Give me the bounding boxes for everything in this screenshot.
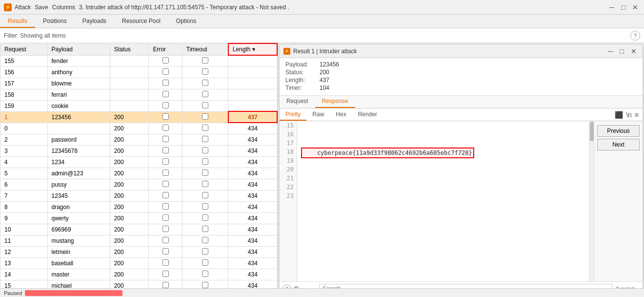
table-row[interactable]: 157blowme [0,78,278,89]
cell-error-checkbox[interactable] [162,248,169,255]
cell-timeout-checkbox[interactable] [202,91,208,97]
col-payload[interactable]: Payload [47,43,110,55]
col-timeout[interactable]: Timeout [182,43,228,55]
cell-error-checkbox[interactable] [162,125,169,131]
cell-error-checkbox[interactable] [162,170,169,176]
cell-error-checkbox[interactable] [162,282,169,288]
menu-icon[interactable]: ≡ [635,111,639,119]
cell-timeout-checkbox[interactable] [202,125,208,131]
scrollbar-thumb[interactable] [590,122,594,141]
menu-save[interactable]: Save [35,4,48,11]
cell-timeout-checkbox[interactable] [202,102,208,108]
cell-error-checkbox[interactable] [162,57,169,64]
table-row[interactable]: 155fender [0,55,278,66]
detail-subtab-pretty[interactable]: Pretty [280,109,306,121]
tab-payloads[interactable]: Payloads [75,15,114,28]
table-row[interactable]: 0200434 [0,123,278,134]
cell-timeout-checkbox[interactable] [202,214,208,221]
cell-timeout-checkbox[interactable] [202,181,208,187]
detail-tab-request[interactable]: Request [280,96,315,108]
detail-tab-response[interactable]: Response [315,96,355,108]
table-row[interactable]: 14master200434 [0,269,278,280]
newline-icon[interactable]: \n [626,111,632,119]
tab-options[interactable]: Options [168,15,204,28]
table-row[interactable]: 9qwerty200434 [0,212,278,224]
col-error[interactable]: Error [149,43,182,55]
cell-timeout-checkbox[interactable] [202,203,208,210]
cell-timeout-checkbox[interactable] [202,68,208,75]
cell-timeout-checkbox[interactable] [202,237,208,243]
table-row[interactable]: 11mustang200434 [0,235,278,246]
copy-icon[interactable]: ⬛ [615,111,623,119]
detail-window-controls[interactable]: ─ □ ✕ [606,47,639,55]
tab-positions[interactable]: Positions [35,15,75,28]
cell-error-checkbox[interactable] [162,136,169,142]
col-length[interactable]: Length ▾ [228,43,277,55]
close-button[interactable]: ✕ [630,2,640,12]
table-row[interactable]: 13baseball200434 [0,257,278,269]
detail-subtab-render[interactable]: Render [352,109,383,121]
table-row[interactable]: 5admin@123200434 [0,168,278,179]
cell-error-checkbox[interactable] [162,259,169,266]
detail-subtab-raw[interactable]: Raw [306,109,330,121]
cell-error-checkbox[interactable] [162,203,169,210]
detail-maximize-button[interactable]: □ [618,47,626,55]
table-row[interactable]: 159cookie [0,100,278,111]
cell-error-checkbox[interactable] [162,158,169,165]
cell-timeout-checkbox[interactable] [202,170,208,176]
table-row[interactable]: 10696969200434 [0,224,278,235]
table-row[interactable]: 6pussy200434 [0,179,278,190]
cell-timeout-checkbox[interactable] [202,80,208,86]
col-status[interactable]: Status [110,43,149,55]
detail-close-button[interactable]: ✕ [629,47,639,55]
cell-timeout-checkbox[interactable] [202,147,208,153]
code-area[interactable]: cyberpeace{11a9d33f98062c4692b6a605ebc7f… [297,121,589,281]
cell-timeout-checkbox[interactable] [202,226,208,232]
minimize-button[interactable]: ─ [607,2,617,12]
table-row[interactable]: 312345678200434 [0,145,278,156]
detail-subtab-hex[interactable]: Hex [330,109,352,121]
col-request[interactable]: Request [0,43,48,55]
cell-timeout-checkbox[interactable] [202,248,208,255]
table-row[interactable]: 712345200434 [0,190,278,201]
maximize-button[interactable]: □ [619,2,628,12]
cell-timeout-checkbox[interactable] [202,271,208,277]
cell-error-checkbox[interactable] [162,181,169,187]
tab-resource-pool[interactable]: Resource Pool [114,15,168,28]
tab-results[interactable]: Results [0,15,35,28]
cell-timeout-checkbox[interactable] [202,192,208,198]
cell-error-checkbox[interactable] [162,237,169,243]
cell-error-checkbox[interactable] [162,80,169,86]
cell-error-checkbox[interactable] [162,68,169,75]
table-row[interactable]: 2password200434 [0,134,278,145]
cell-error-checkbox[interactable] [162,113,169,120]
table-row[interactable]: 158ferrari [0,89,278,100]
cell-timeout-checkbox[interactable] [202,136,208,142]
cell-timeout-checkbox[interactable] [202,259,208,266]
next-button[interactable]: Next [597,139,640,150]
table-row[interactable]: 1123456200437 [0,111,278,123]
table-row[interactable]: 8dragon200434 [0,201,278,212]
detail-minimize-button[interactable]: ─ [606,47,615,55]
previous-button[interactable]: Previous [597,125,640,137]
cell-error-checkbox[interactable] [162,226,169,232]
filter-input[interactable] [4,32,630,39]
table-row[interactable]: 156anthony [0,66,278,78]
menu-attack[interactable]: Attack [15,4,31,11]
cell-error-checkbox[interactable] [162,102,169,108]
menu-columns[interactable]: Columns [52,4,75,11]
cell-timeout-checkbox[interactable] [202,158,208,165]
cell-timeout-checkbox[interactable] [202,57,208,64]
table-row[interactable]: 12letmein200434 [0,246,278,257]
menu-bar[interactable]: Attack Save Columns [15,4,75,11]
cell-error-checkbox[interactable] [162,271,169,277]
cell-timeout-checkbox[interactable] [202,113,208,120]
cell-error-checkbox[interactable] [162,214,169,221]
cell-error-checkbox[interactable] [162,91,169,97]
cell-error-checkbox[interactable] [162,147,169,153]
table-row[interactable]: 41234200434 [0,156,278,168]
filter-help-button[interactable]: ? [630,31,640,41]
scrollbar[interactable] [589,121,594,281]
cell-error-checkbox[interactable] [162,192,169,198]
window-controls[interactable]: ─ □ ✕ [607,2,640,12]
